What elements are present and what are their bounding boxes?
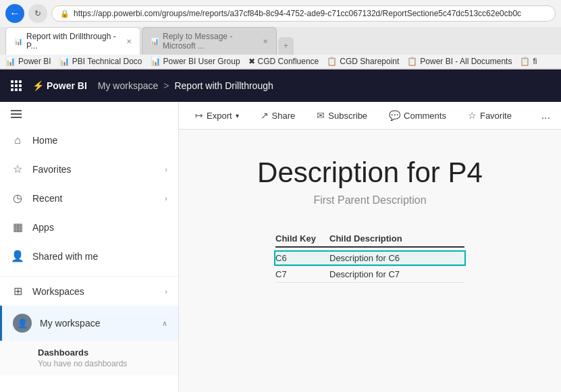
tab-active[interactable]: 📊 Report with Drillthrough - P... ✕ bbox=[5, 27, 140, 55]
column-header-key: Child Key bbox=[275, 233, 329, 244]
share-icon: ↗ bbox=[261, 110, 269, 121]
bookmark-label-3: Power BI User Group bbox=[163, 57, 240, 66]
bookmark-label-2: PBI Technical Doco bbox=[72, 57, 142, 66]
pbi-logo-icon: ⚡ bbox=[32, 80, 44, 91]
bookmarks-bar: 📊 Power BI 📊 PBI Technical Doco 📊 Power … bbox=[0, 55, 561, 69]
bookmark-label-7: fi bbox=[533, 57, 537, 66]
reload-button[interactable]: ↻ bbox=[28, 4, 47, 23]
report-area: Description for P4 First Parent Descript… bbox=[179, 130, 561, 392]
bookmark-label-6: Power BI - All Documents bbox=[420, 57, 512, 66]
bookmark-pbi-tech[interactable]: 📊 PBI Technical Doco bbox=[59, 57, 142, 66]
back-button[interactable]: ← bbox=[5, 4, 24, 23]
bookmark-pbi-user-group[interactable]: 📊 Power BI User Group bbox=[151, 57, 240, 66]
sidebar-myworkspace-label: My workspace bbox=[40, 318, 154, 329]
table-header: Child Key Child Description bbox=[275, 233, 464, 248]
app-launcher-icon[interactable] bbox=[11, 80, 22, 91]
favorite-button[interactable]: ☆ Favorite bbox=[462, 107, 517, 123]
workspaces-icon: ⊞ bbox=[11, 285, 24, 298]
bookmark-label-5: CGD Sharepoint bbox=[340, 57, 399, 66]
bookmark-label-1: Power BI bbox=[18, 57, 51, 66]
sidebar-item-recent-label: Recent bbox=[32, 193, 157, 204]
url-text: https://app.powerbi.com/groups/me/report… bbox=[74, 9, 521, 18]
export-chevron-icon: ▾ bbox=[236, 112, 239, 119]
tab-icon-1: 📊 bbox=[14, 38, 22, 45]
cell-desc-c6: Description for C6 bbox=[329, 253, 464, 263]
comments-label: Comments bbox=[404, 111, 446, 121]
bookmark-icon-6: 📋 bbox=[407, 57, 417, 66]
address-bar[interactable]: 🔒 https://app.powerbi.com/groups/me/repo… bbox=[51, 5, 556, 22]
breadcrumb-workspace[interactable]: My workspace bbox=[98, 80, 158, 91]
shared-icon: 👤 bbox=[11, 250, 24, 262]
column-header-desc: Child Description bbox=[329, 233, 464, 244]
subscribe-icon: ✉ bbox=[317, 110, 325, 121]
bookmark-cgd-confluence[interactable]: ✖ CGD Confluence bbox=[248, 57, 319, 66]
bookmark-icon-5: 📋 bbox=[327, 57, 337, 66]
table-row: C7 Description for C7 bbox=[275, 267, 464, 283]
breadcrumb-separator: > bbox=[163, 80, 169, 91]
sidebar-item-shared[interactable]: 👤 Shared with me bbox=[0, 242, 178, 271]
right-panel: ↦ Export ▾ ↗ Share ✉ Subscribe 💬 Comment… bbox=[179, 102, 561, 392]
sidebar-item-home[interactable]: ⌂ Home bbox=[0, 126, 178, 155]
browser-chrome: ← ↻ 🔒 https://app.powerbi.com/groups/me/… bbox=[0, 0, 561, 69]
recent-chevron-icon: › bbox=[165, 194, 167, 202]
share-label: Share bbox=[272, 111, 296, 121]
bookmark-cgd-sharepoint[interactable]: 📋 CGD Sharepoint bbox=[327, 57, 399, 66]
sidebar-item-apps[interactable]: ▦ Apps bbox=[0, 213, 178, 242]
share-button[interactable]: ↗ Share bbox=[255, 107, 301, 123]
dashboards-desc: You have no dashboards bbox=[38, 359, 167, 368]
bookmark-fi[interactable]: 📋 fi bbox=[520, 57, 537, 66]
sidebar-item-home-label: Home bbox=[32, 135, 167, 146]
cell-key-c6: C6 bbox=[275, 253, 329, 263]
apps-icon: ▦ bbox=[11, 221, 24, 233]
sidebar-item-favorites[interactable]: ☆ Favorites › bbox=[0, 155, 178, 184]
export-label: Export bbox=[207, 111, 232, 121]
breadcrumb: My workspace > Report with Drillthrough bbox=[98, 80, 273, 91]
sidebar-sub-section: Dashboards You have no dashboards bbox=[0, 341, 178, 375]
bookmark-icon-7: 📋 bbox=[520, 57, 530, 66]
more-options-button[interactable]: ... bbox=[541, 109, 550, 121]
subscribe-label: Subscribe bbox=[328, 111, 367, 121]
tab-close-2[interactable]: ✕ bbox=[263, 38, 268, 45]
bookmark-icon-1: 📊 bbox=[5, 57, 16, 66]
pbi-logo-text: Power BI bbox=[47, 80, 87, 91]
sidebar-item-recent[interactable]: ◷ Recent › bbox=[0, 184, 178, 213]
sidebar-sub-dashboards[interactable]: Dashboards You have no dashboards bbox=[14, 341, 178, 375]
sidebar-workspaces-label: Workspaces bbox=[32, 286, 157, 297]
pbi-app: ⚡ Power BI My workspace > Report with Dr… bbox=[0, 69, 561, 392]
report-table: Child Key Child Description C6 Descripti… bbox=[275, 233, 464, 283]
subscribe-button[interactable]: ✉ Subscribe bbox=[311, 107, 373, 123]
new-tab-button[interactable]: + bbox=[278, 37, 294, 55]
pbi-main: ⌂ Home ☆ Favorites › ◷ Recent › ▦ Apps 👤… bbox=[0, 102, 561, 392]
hamburger-menu[interactable] bbox=[0, 102, 178, 126]
sidebar-item-shared-label: Shared with me bbox=[32, 251, 167, 262]
browser-nav: ← ↻ 🔒 https://app.powerbi.com/groups/me/… bbox=[0, 0, 561, 27]
bookmark-pbi-documents[interactable]: 📋 Power BI - All Documents bbox=[407, 57, 512, 66]
favorite-label: Favorite bbox=[480, 111, 512, 121]
bookmark-label-4: CGD Confluence bbox=[258, 57, 319, 66]
recent-icon: ◷ bbox=[11, 192, 24, 204]
sidebar: ⌂ Home ☆ Favorites › ◷ Recent › ▦ Apps 👤… bbox=[0, 102, 179, 392]
tab-label-1: Report with Drillthrough - P... bbox=[26, 32, 119, 51]
sidebar-item-myworkspace[interactable]: 👤 My workspace ∧ bbox=[0, 306, 178, 341]
export-icon: ↦ bbox=[195, 110, 203, 121]
bookmark-icon-3: 📊 bbox=[151, 57, 161, 66]
pbi-logo: ⚡ Power BI bbox=[32, 80, 87, 91]
bookmark-icon-4: ✖ bbox=[248, 57, 255, 66]
comments-icon: 💬 bbox=[389, 110, 400, 121]
favorite-icon: ☆ bbox=[468, 110, 477, 121]
tab-close-1[interactable]: ✕ bbox=[126, 38, 132, 45]
bookmark-icon-2: 📊 bbox=[59, 57, 70, 66]
sidebar-item-favorites-label: Favorites bbox=[32, 164, 157, 175]
cell-desc-c7: Description for C7 bbox=[329, 269, 464, 279]
myworkspace-user-icon: 👤 bbox=[13, 314, 32, 333]
breadcrumb-current: Report with Drillthrough bbox=[174, 80, 273, 91]
workspaces-chevron-icon: › bbox=[165, 287, 167, 296]
bookmark-powerbi[interactable]: 📊 Power BI bbox=[5, 57, 51, 66]
sidebar-section-workspaces: ⊞ Workspaces › 👤 My workspace ∧ Dashboar… bbox=[0, 276, 178, 375]
sidebar-item-workspaces[interactable]: ⊞ Workspaces › bbox=[0, 277, 178, 306]
report-subtitle: First Parent Description bbox=[313, 194, 426, 206]
comments-button[interactable]: 💬 Comments bbox=[383, 107, 452, 123]
tab-inactive[interactable]: 📊 Reply to Message - Microsoft ... ✕ bbox=[142, 27, 277, 55]
export-button[interactable]: ↦ Export ▾ bbox=[190, 107, 244, 123]
report-title: Description for P4 bbox=[257, 157, 483, 189]
